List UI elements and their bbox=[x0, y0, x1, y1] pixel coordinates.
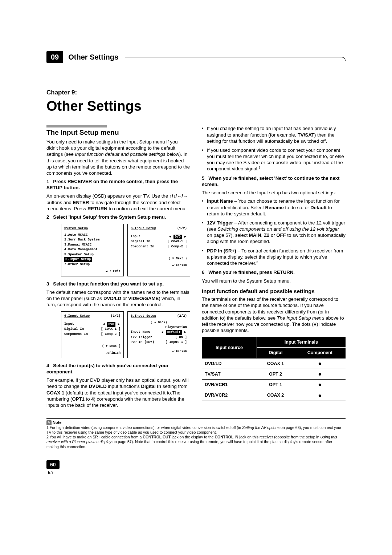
osd-system-setup: System Setup 1.Auto MCACC 2.Surr Back Sy… bbox=[61, 224, 124, 276]
step-5-desc: The second screen of the Input setup has… bbox=[202, 190, 346, 196]
footnote-2: 2 You will have to make an SR+ cable con… bbox=[46, 435, 346, 449]
note-icon: ✎ bbox=[46, 420, 52, 425]
osd-input-setup-1b: 6.Input Setup(1/2) Input◄ DVD ► Digital … bbox=[61, 311, 124, 358]
step-3: 3 Select the input function that you wan… bbox=[46, 281, 190, 287]
right-column: If you change the setting to an input th… bbox=[202, 125, 346, 410]
step-2: 2 Select 'Input Setup' from the System S… bbox=[46, 214, 190, 220]
osd-row-1: System Setup 1.Auto MCACC 2.Surr Back Sy… bbox=[61, 224, 190, 276]
chapter-number-badge: 09 bbox=[46, 51, 63, 63]
osd-input-setup-2: 6.Input Setup(2/2) ( ▲ Back) PlayStation… bbox=[127, 311, 190, 358]
bullet-component: If you used component video cords to con… bbox=[207, 147, 346, 172]
subsection-heading: Input function default and possible sett… bbox=[202, 288, 346, 295]
language-code: En bbox=[48, 470, 346, 475]
left-column: The Input Setup menu You only need to ma… bbox=[46, 125, 190, 410]
step-4: 4 Select the input(s) to which you've co… bbox=[46, 362, 190, 375]
bullet-input-name: Input Name – You can choose to rename th… bbox=[207, 198, 346, 216]
table-row: DVR/VCR1OPT 1● bbox=[202, 380, 346, 390]
bullet-pdp-in: PDP In (SR+) – To control certain functi… bbox=[207, 248, 346, 267]
input-terminals-table: Input source Input Terminals Digital Com… bbox=[202, 337, 346, 401]
table-row: TV/SATOPT 2● bbox=[202, 369, 346, 379]
th-input-terminals: Input Terminals bbox=[257, 337, 346, 348]
step-3-desc: The default names correspond with the na… bbox=[46, 289, 190, 308]
chapter-title: Other Settings bbox=[46, 97, 346, 115]
chapter-label: Chapter 9: bbox=[46, 89, 346, 97]
table-row: DVD/LDCOAX 1● bbox=[202, 358, 346, 369]
page-footer: 60 En bbox=[46, 460, 346, 475]
intro-paragraph: You only need to make settings in the In… bbox=[46, 139, 190, 176]
chapter-header: 09 Other Settings bbox=[46, 51, 346, 63]
osd-input-setup-1: 6.Input Setup(1/2) Input◄ DVD ► Digital … bbox=[127, 224, 190, 276]
subsection-desc: The terminals on the rear of the receive… bbox=[202, 296, 346, 333]
note-label: Note bbox=[53, 420, 61, 425]
section-heading-input-setup: The Input Setup menu bbox=[46, 128, 190, 137]
step-4-desc: For example, if your DVD player only has… bbox=[46, 377, 190, 408]
th-digital: Digital bbox=[257, 348, 294, 358]
section-bar bbox=[46, 125, 107, 127]
step-5: 5 When you're finished, select 'Next' to… bbox=[202, 175, 346, 187]
footnote-section: ✎Note 1 For high-definition video (using… bbox=[46, 418, 346, 449]
th-input-source: Input source bbox=[202, 337, 257, 358]
footnote-1: 1 For high-definition video (using compo… bbox=[46, 425, 346, 435]
page-number-badge: 60 bbox=[46, 460, 60, 469]
step-6: 6 When you're finished, press RETURN. bbox=[202, 269, 346, 275]
table-row: DVR/VCR2COAX 2● bbox=[202, 390, 346, 401]
chapter-header-title: Other Settings bbox=[68, 52, 118, 62]
bullet-12v-trigger: 12V Trigger – After connecting a compone… bbox=[207, 220, 346, 245]
step-6-desc: You will return to the System Setup menu… bbox=[202, 278, 346, 284]
step-1: 1 Press RECEIVER on the remote control, … bbox=[46, 178, 190, 191]
osd-row-2: 6.Input Setup(1/2) Input◄ DVD ► Digital … bbox=[61, 311, 190, 358]
bullet-reassign: If you change the setting to an input th… bbox=[207, 125, 346, 144]
arrow-icons: ↑/↓/←/→ bbox=[170, 193, 188, 199]
step-1-desc: An on-screen display (OSD) appears on yo… bbox=[46, 193, 190, 211]
th-component: Component bbox=[294, 348, 346, 358]
header-rule bbox=[125, 57, 346, 61]
